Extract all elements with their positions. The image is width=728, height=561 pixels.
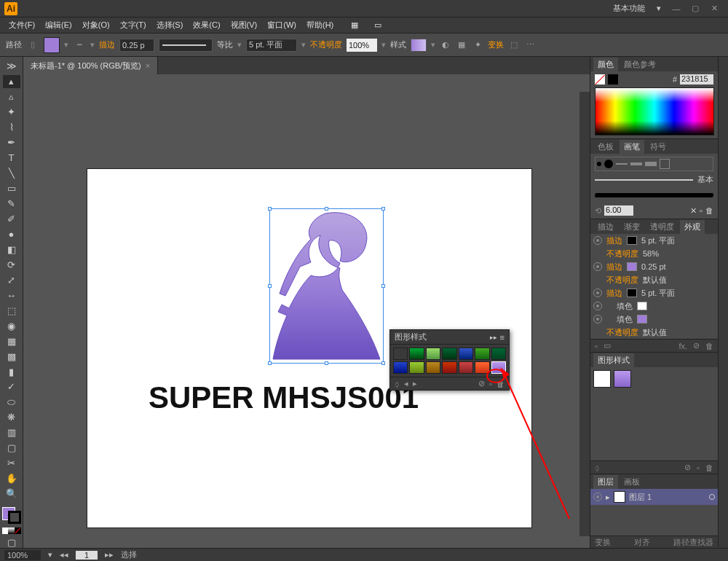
style-swatch-9[interactable] [409, 361, 424, 374]
appearance-clear-icon[interactable]: ⊘ [693, 341, 700, 350]
magic-wand-tool[interactable]: ✦ [3, 106, 20, 119]
tab-stroke[interactable]: 描边 [593, 220, 618, 234]
style-swatch-11[interactable] [442, 361, 456, 374]
panel-next-icon[interactable]: ▸ [413, 379, 417, 388]
appearance-row[interactable]: 填色 [590, 299, 718, 313]
rotate-tool[interactable]: ⟳ [3, 258, 20, 271]
align-icon[interactable]: ▦ [456, 39, 467, 51]
style-swatch-5[interactable] [459, 348, 473, 360]
gstyle-new-icon[interactable]: ▫ [697, 463, 700, 472]
stroke-label[interactable]: 描边 [99, 39, 115, 50]
collapse-icon[interactable]: ≫ [3, 60, 20, 73]
tab-color[interactable]: 颜色 [593, 58, 618, 71]
selection-bounding-box[interactable] [269, 208, 384, 364]
style-swatch-2[interactable] [409, 348, 424, 360]
menu-view[interactable]: 视图(V) [226, 17, 262, 33]
transform-tab[interactable]: 变换 [595, 537, 611, 548]
gstyle-break-icon[interactable]: ⊘ [684, 463, 691, 472]
shape-icon[interactable]: ✦ [472, 39, 483, 51]
panel-collapse-icon[interactable]: ▸▸ [490, 334, 497, 341]
appearance-row[interactable]: 不透明度默认值 [590, 326, 718, 339]
menu-edit[interactable]: 编辑(E) [41, 17, 76, 33]
gstyle-delete-icon[interactable]: 🗑 [705, 463, 713, 472]
paintbrush-tool[interactable]: ✎ [3, 197, 20, 211]
hex-input[interactable]: 231815 [680, 74, 713, 85]
pencil-tool[interactable]: ✐ [3, 213, 20, 226]
rectangle-tool[interactable]: ▭ [3, 182, 20, 195]
free-transform-tool[interactable]: ⬚ [3, 304, 20, 317]
zoom-input[interactable]: 100% [4, 550, 41, 560]
fill-dropdown-icon[interactable]: ▾ [64, 40, 68, 50]
gstyle-lib-icon[interactable]: ⎀ [595, 463, 600, 472]
tab-appearance[interactable]: 外观 [680, 220, 705, 234]
menu-effect[interactable]: 效果(C) [189, 17, 224, 33]
blend-tool[interactable]: ⬭ [3, 396, 20, 409]
slice-tool[interactable]: ✂ [3, 457, 20, 470]
style-swatch-7[interactable] [491, 348, 506, 360]
panel-menu-icon[interactable]: ≡ [500, 333, 505, 342]
no-fill-icon[interactable]: ▯ [26, 39, 39, 52]
extra-icon[interactable]: ⋯ [524, 39, 536, 51]
opacity-label[interactable]: 不透明度 [310, 39, 342, 50]
line-tool[interactable]: ╲ [3, 167, 20, 180]
gradient-tool[interactable]: ▮ [3, 365, 20, 378]
menu-help[interactable]: 帮助(H) [302, 17, 338, 33]
color-black-swatch[interactable] [608, 74, 618, 85]
isolate-icon[interactable]: ⬚ [508, 39, 520, 51]
zoom-dropdown-icon[interactable]: ▾ [48, 550, 52, 560]
perspective-tool[interactable]: ▦ [3, 334, 20, 348]
direct-selection-tool[interactable]: ▵ [3, 90, 20, 103]
maximize-button[interactable]: ▢ [687, 3, 703, 15]
selection-tool[interactable]: ▴ [3, 75, 20, 88]
graph-tool[interactable]: ▥ [3, 426, 20, 439]
appearance-dup-icon[interactable]: ▭ [604, 341, 611, 350]
close-tab-icon[interactable]: × [146, 61, 150, 70]
style-swatch-8[interactable] [393, 361, 408, 374]
appearance-new-icon[interactable]: ▫ [595, 342, 598, 350]
width-tool[interactable]: ↔ [3, 289, 20, 302]
style-swatch-12[interactable] [459, 361, 473, 374]
menu-type[interactable]: 文字(T) [116, 17, 151, 33]
workspace-dropdown-icon[interactable]: ▾ [652, 2, 665, 15]
appearance-row[interactable]: 描边0.25 pt [590, 260, 718, 273]
document-tab[interactable]: 未标题-1* @ 100% (RGB/预览) × [23, 57, 158, 74]
stroke-dropdown-icon[interactable]: ▾ [90, 40, 95, 50]
layer-visibility-icon[interactable] [593, 493, 602, 501]
zoom-tool[interactable]: 🔍 [3, 487, 20, 501]
appearance-row[interactable]: 不透明度58% [590, 247, 718, 260]
menu-object[interactable]: 对象(O) [78, 17, 114, 33]
gstyle-2[interactable] [614, 370, 631, 388]
tab-symbols[interactable]: 符号 [646, 140, 670, 154]
nav-next-icon[interactable]: ▸▸ [105, 550, 114, 560]
panel-prev-icon[interactable]: ◂ [404, 379, 408, 388]
appearance-row[interactable]: 不透明度默认值 [590, 273, 718, 286]
close-button[interactable]: ✕ [706, 3, 722, 15]
minimize-button[interactable]: — [668, 3, 684, 15]
vertical-scrollbar[interactable] [579, 92, 590, 536]
canvas-text[interactable]: SUPER MHSJS001 [149, 380, 419, 415]
tab-swatches[interactable]: 色板 [593, 140, 618, 154]
mesh-tool[interactable]: ▩ [3, 350, 20, 363]
recolor-icon[interactable]: ◐ [440, 39, 451, 51]
shape-builder-tool[interactable]: ◉ [3, 319, 20, 332]
eraser-tool[interactable]: ◧ [3, 243, 20, 256]
canvas[interactable]: SUPER MHSJS001 图形样式 ▸▸ ≡ [23, 74, 590, 549]
color-spectrum[interactable] [595, 87, 714, 136]
style-swatch-1[interactable] [393, 348, 408, 360]
brush-delete-icon[interactable]: 🗑 [705, 206, 713, 215]
opacity-input[interactable]: 100% [347, 39, 377, 52]
layer-name[interactable]: 图层 1 [629, 492, 652, 503]
arrange-icon[interactable]: ▭ [370, 18, 386, 32]
layer-row[interactable]: ▸ 图层 1 [590, 489, 718, 505]
graphic-styles-floating-panel[interactable]: 图形样式 ▸▸ ≡ [389, 329, 510, 391]
lasso-tool[interactable]: ⌇ [3, 121, 20, 134]
bridge-icon[interactable]: ▦ [347, 18, 363, 32]
artboard-tool[interactable]: ▢ [3, 442, 20, 455]
tab-artboards[interactable]: 画板 [620, 475, 644, 489]
menu-file[interactable]: 文件(F) [4, 17, 39, 33]
appearance-row[interactable]: 描边5 pt. 平面 [590, 234, 718, 247]
tab-graphic-styles[interactable]: 图形样式 [593, 353, 634, 367]
fill-swatch[interactable] [44, 37, 60, 53]
menu-window[interactable]: 窗口(W) [263, 17, 301, 33]
appearance-delete-icon[interactable]: 🗑 [705, 342, 713, 350]
